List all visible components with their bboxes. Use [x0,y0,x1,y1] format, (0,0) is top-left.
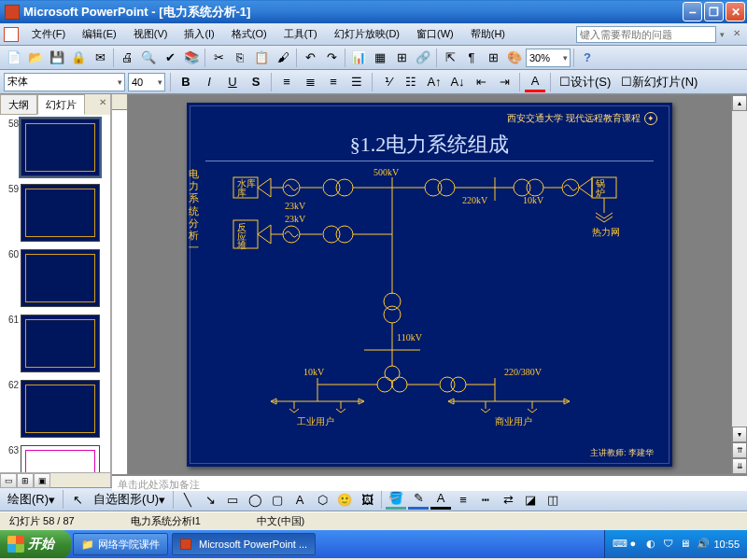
doc-close-button[interactable]: ✕ [730,28,743,41]
rectangle-button[interactable]: ▭ [222,489,243,510]
clock[interactable]: 10:55 [713,539,740,550]
numbering-button[interactable]: ⅟ [377,72,398,92]
distributed-button[interactable]: ☰ [346,72,367,92]
select-button[interactable]: ↖ [67,489,88,510]
font-color-button-2[interactable]: A [430,489,451,510]
thumbnail[interactable]: 62 [4,380,106,438]
decrease-indent-button[interactable]: ⇤ [471,72,491,92]
pane-close-button[interactable]: ✕ [95,94,110,115]
bold-button[interactable]: B [176,72,196,92]
zoom-combo[interactable]: 30% [526,49,571,67]
diagram-button[interactable]: ⬡ [312,489,332,510]
bullets-button[interactable]: ☷ [401,72,421,92]
email-button[interactable]: ✉ [90,48,110,68]
menu-dropdown-icon[interactable]: ▾ [720,30,725,39]
thumbnail[interactable]: 60 [4,249,106,307]
chart-button[interactable]: 📊 [348,48,369,68]
tray-icon[interactable]: 🛡 [663,538,676,551]
menu-help[interactable]: 帮助(H) [463,25,513,43]
font-size-combo[interactable]: 40 [128,73,165,91]
align-center-button[interactable]: ≣ [300,72,320,92]
spell-button[interactable]: ✔ [160,48,180,68]
open-button[interactable]: 📂 [25,48,46,68]
preview-button[interactable]: 🔍 [138,48,159,68]
thumbnail[interactable]: 59 [4,184,106,242]
menu-format[interactable]: 格式(O) [224,25,275,43]
design-button[interactable]: ☐ 设计(S) [556,72,614,92]
thumbnail[interactable]: 63 [4,445,106,472]
textbox-button[interactable]: ▢ [267,489,288,510]
oval-button[interactable]: ◯ [245,489,265,510]
scroll-down-button[interactable]: ▾ [732,427,747,442]
save-button[interactable]: 💾 [47,48,67,68]
menu-view[interactable]: 视图(V) [126,25,176,43]
tab-slides[interactable]: 幻灯片 [37,94,85,115]
menu-window[interactable]: 窗口(W) [409,25,461,43]
hyperlink-button[interactable]: 🔗 [413,48,433,68]
shadow-style-button[interactable]: ◪ [520,489,541,510]
thumbnail[interactable]: 61 [4,315,106,372]
undo-button[interactable]: ↶ [300,48,320,68]
tab-outline[interactable]: 大纲 [0,94,37,115]
scroll-up-button[interactable]: ▴ [732,95,747,111]
notes-pane[interactable]: 单击此处添加备注 [112,474,747,491]
increase-font-button[interactable]: A↑ [424,72,444,92]
new-slide-button[interactable]: ☐ 新幻灯片(N) [617,72,701,92]
tray-icon[interactable]: ⌨ [613,538,626,551]
italic-button[interactable]: I [199,72,219,92]
vertical-scrollbar[interactable]: ▴ ▾ ⇈ ⇊ [731,95,747,474]
show-formatting-button[interactable]: ¶ [461,48,482,68]
menu-insert[interactable]: 插入(I) [176,25,221,43]
expand-button[interactable]: ⇱ [440,48,460,68]
arrow-style-button[interactable]: ⇄ [498,489,518,510]
paste-button[interactable]: 📋 [251,48,272,68]
system-tray[interactable]: ⌨ ● ◐ 🛡 🖥 🔊 10:55 [604,530,747,558]
line-color-button[interactable]: ✎ [408,489,429,510]
help-button[interactable]: ? [577,48,598,68]
menu-tools[interactable]: 工具(T) [276,25,325,43]
clipart-button[interactable]: 🙂 [334,489,355,510]
line-style-button[interactable]: ≡ [453,489,473,510]
shadow-button[interactable]: S [246,72,266,92]
wordart-button[interactable]: A [289,489,310,510]
underline-button[interactable]: U [222,72,243,92]
slideshow-view-button[interactable]: ▣ [34,473,50,488]
fill-color-button[interactable]: 🪣 [386,489,406,510]
font-color-button[interactable]: A [525,72,545,92]
menu-slideshow[interactable]: 幻灯片放映(D) [327,25,407,43]
tray-icon[interactable]: ◐ [646,538,659,551]
prev-slide-button[interactable]: ⇈ [732,442,747,458]
new-button[interactable]: 📄 [4,48,24,68]
line-button[interactable]: ╲ [177,489,198,510]
table-button[interactable]: ▦ [370,48,390,68]
slide[interactable]: 西安交通大学 现代远程教育课程✦ §1.2电力系统组成 电力系统分析一 水库库 … [187,103,672,467]
slide-canvas[interactable]: 西安交通大学 现代远程教育课程✦ §1.2电力系统组成 电力系统分析一 水库库 … [128,95,731,474]
minimize-button[interactable]: ‒ [683,2,702,21]
align-right-button[interactable]: ≡ [323,72,344,92]
3d-style-button[interactable]: ◫ [543,489,563,510]
font-name-combo[interactable]: 宋体 [4,73,125,91]
draw-menu[interactable]: 绘图(R) ▾ [4,489,59,510]
align-left-button[interactable]: ≡ [276,72,297,92]
tables-borders-button[interactable]: ⊞ [391,48,412,68]
close-button[interactable]: ✕ [726,2,745,21]
menu-edit[interactable]: 编辑(E) [75,25,124,43]
picture-button[interactable]: 🖼 [357,489,377,510]
sorter-view-button[interactable]: ⊞ [17,473,34,488]
start-button[interactable]: 开始 [0,530,71,558]
cut-button[interactable]: ✂ [208,48,229,68]
maximize-button[interactable]: ❐ [704,2,724,21]
copy-button[interactable]: ⎘ [230,48,250,68]
tray-icon[interactable]: 🖥 [680,538,693,551]
arrow-button[interactable]: ↘ [200,489,220,510]
format-painter-button[interactable]: 🖌 [273,48,293,68]
permission-button[interactable]: 🔒 [68,48,89,68]
normal-view-button[interactable]: ▭ [0,473,17,488]
research-button[interactable]: 📚 [181,48,202,68]
taskbar-item[interactable]: 📁 网络学院课件 [73,533,168,555]
tray-icon[interactable]: ● [629,538,642,551]
grid-button[interactable]: ⊞ [483,48,503,68]
help-search[interactable] [576,26,716,43]
tray-icon[interactable]: 🔊 [697,538,710,551]
thumbnail[interactable]: 58 [4,119,106,176]
